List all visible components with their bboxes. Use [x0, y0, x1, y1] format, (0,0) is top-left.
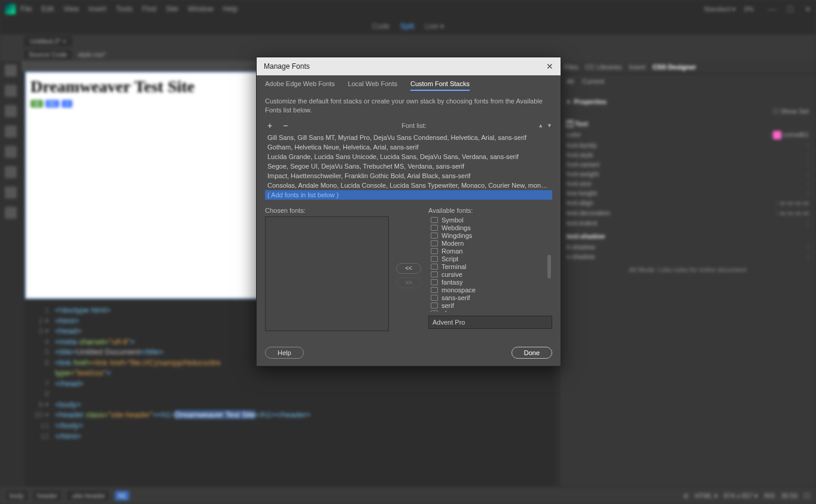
tool-icon[interactable] [5, 187, 17, 198]
menu-window[interactable]: Window [188, 5, 214, 13]
available-font-row[interactable]: Terminal [428, 263, 552, 271]
font-type-icon [431, 279, 438, 285]
available-font-row[interactable]: serif [428, 302, 552, 310]
font-type-icon [431, 217, 438, 223]
menu-help[interactable]: Help [223, 5, 238, 13]
font-stack-row[interactable]: Gill Sans, Gill Sans MT, Myriad Pro, Dej… [265, 133, 552, 142]
crumb-siteheader[interactable]: .site-header [67, 491, 109, 500]
available-font-row[interactable]: sans-serif [428, 294, 552, 302]
document-tab[interactable]: Untitled-2* × [24, 36, 72, 47]
menu-site[interactable]: Site [166, 5, 178, 13]
font-type-icon [431, 233, 438, 239]
tool-palette [0, 61, 22, 486]
linked-file[interactable]: style.css* [78, 51, 105, 58]
sync-status[interactable]: 0% [744, 5, 754, 13]
available-font-row[interactable]: Modern [428, 240, 552, 248]
chosen-fonts-list[interactable] [265, 216, 389, 331]
add-stack-icon[interactable]: + [265, 121, 275, 130]
tab-custom-stacks[interactable]: Custom Font Stacks [410, 80, 470, 91]
tool-icon[interactable] [5, 105, 17, 117]
view-live[interactable]: Live ▾ [425, 22, 443, 30]
available-font-row[interactable]: Webdings [428, 224, 552, 232]
tool-icon[interactable] [5, 207, 17, 219]
available-font-row[interactable]: Wingdings [428, 232, 552, 240]
element-badge[interactable]: ☰ [31, 100, 43, 108]
source-code-btn[interactable]: Source Code [24, 50, 72, 59]
status-bar: body header .site-header h1 ⊘ HTML ▾ 874… [0, 487, 816, 504]
status-pos: 30:50 [781, 492, 797, 499]
panel-tab-cssdesigner[interactable]: CSS Designer [653, 63, 696, 71]
available-font-row[interactable]: fantasy [428, 279, 552, 286]
scope-current[interactable]: Current [582, 78, 604, 85]
status-preview-icon[interactable]: 🖵 [803, 492, 810, 499]
tool-icon[interactable] [5, 146, 17, 158]
tool-icon[interactable] [5, 126, 17, 138]
available-font-row[interactable]: cursive [428, 271, 552, 279]
font-type-icon [431, 295, 438, 301]
status-size[interactable]: 874 x 657 ▾ [724, 492, 758, 500]
font-stack-row[interactable]: Consolas, Andale Mono, Lucida Console, L… [265, 181, 552, 190]
close-window-icon[interactable]: ✕ [805, 5, 811, 14]
menu-tools[interactable]: Tools [116, 5, 133, 13]
remove-stack-icon[interactable]: − [281, 121, 290, 130]
menu-bar: File Edit View Insert Tools Find Site Wi… [20, 5, 238, 13]
menu-view[interactable]: View [63, 5, 79, 13]
panel-tab-files[interactable]: Files [564, 63, 578, 71]
available-fonts-list[interactable]: Symbol Webdings Wingdings Modern Roman S… [428, 216, 552, 312]
view-code[interactable]: Code [372, 22, 389, 30]
workspace-switcher[interactable]: Standard ▾ [704, 5, 736, 13]
available-font-row[interactable]: ⊙alegreya [428, 310, 552, 312]
font-stack-row[interactable]: Lucida Grande, Lucida Sans Unicode, Luci… [265, 152, 552, 161]
font-stack-row[interactable]: Segoe, Segoe UI, DejaVu Sans, Trebuchet … [265, 161, 552, 171]
move-right-button[interactable]: >> [396, 277, 421, 288]
add-badge[interactable]: + [62, 100, 72, 108]
font-type-icon [431, 271, 438, 277]
app-logo [5, 4, 16, 14]
crumb-header[interactable]: header [34, 491, 61, 500]
move-up-icon[interactable]: ▲ [538, 123, 543, 129]
font-type-icon [431, 240, 438, 246]
font-type-icon [431, 248, 438, 254]
add-fonts-row[interactable]: ( Add fonts in list below ) [265, 190, 552, 200]
tool-icon[interactable] [5, 65, 17, 77]
help-button[interactable]: Help [265, 347, 304, 359]
move-left-button[interactable]: << [396, 263, 421, 274]
available-font-row[interactable]: Script [428, 255, 552, 263]
panel-tab-insert[interactable]: Insert [629, 63, 646, 71]
crumb-h1[interactable]: h1 [115, 491, 129, 500]
dialog-title: Manage Fonts [264, 62, 310, 71]
available-font-row[interactable]: Symbol [428, 216, 552, 224]
scope-all[interactable]: All [567, 78, 574, 85]
status-ins: INS [764, 492, 775, 499]
panel-tab-cc[interactable]: CC Libraries [585, 63, 622, 71]
tab-adobe-edge[interactable]: Adobe Edge Web Fonts [265, 80, 335, 91]
available-font-row[interactable]: Roman [428, 248, 552, 255]
font-type-icon [431, 225, 438, 231]
available-fonts-label: Available fonts: [428, 207, 552, 214]
font-stack-list[interactable]: Gill Sans, Gill Sans MT, Myriad Pro, Dej… [265, 133, 552, 200]
view-split[interactable]: Split [400, 22, 414, 30]
tab-local-web[interactable]: Local Web Fonts [348, 80, 397, 91]
crumb-body[interactable]: body [6, 491, 28, 500]
font-stack-row[interactable]: Impact, Haettenschweiler, Franklin Gothi… [265, 171, 552, 181]
font-stack-row[interactable]: Gotham, Helvetica Neue, Helvetica, Arial… [265, 142, 552, 152]
font-type-icon [431, 256, 438, 262]
status-lang[interactable]: HTML ▾ [695, 492, 718, 500]
color-swatch[interactable] [773, 131, 781, 139]
move-down-icon[interactable]: ▼ [547, 123, 552, 129]
done-button[interactable]: Done [511, 347, 552, 359]
menu-edit[interactable]: Edit [41, 5, 54, 13]
close-icon[interactable]: ✕ [546, 62, 553, 71]
maximize-icon[interactable]: ☐ [787, 5, 794, 14]
minimize-icon[interactable]: — [768, 5, 776, 14]
tool-icon[interactable] [5, 166, 17, 178]
menu-insert[interactable]: Insert [89, 5, 106, 13]
menu-file[interactable]: File [20, 5, 32, 13]
menu-find[interactable]: Find [142, 5, 156, 13]
manage-fonts-dialog: Manage Fonts ✕ Adobe Edge Web Fonts Loca… [256, 57, 561, 366]
font-search-input[interactable] [428, 316, 552, 329]
element-tag-badge[interactable]: h1 [45, 100, 59, 108]
tool-icon[interactable] [5, 85, 17, 97]
font-type-icon: ⊙ [431, 310, 438, 312]
available-font-row[interactable]: monospace [428, 286, 552, 294]
